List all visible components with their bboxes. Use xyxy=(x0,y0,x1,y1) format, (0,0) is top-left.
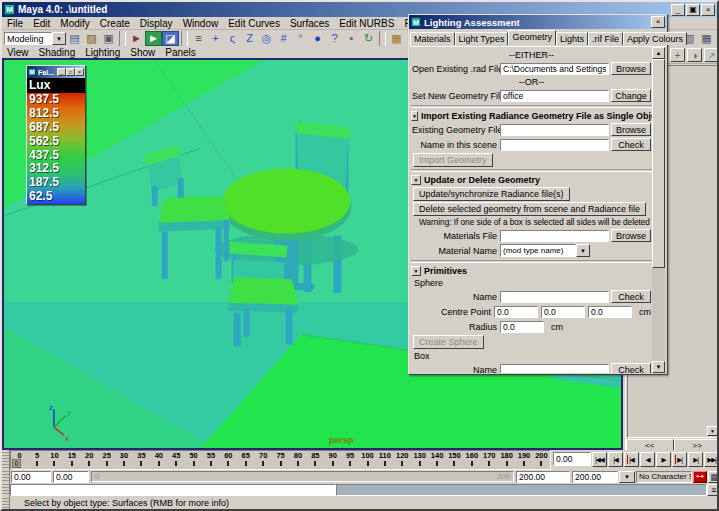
select-component-icon[interactable]: ◪ xyxy=(162,31,179,46)
go-to-start-button[interactable]: |◀◀ xyxy=(592,452,607,467)
script-editor-icon[interactable]: ▦ xyxy=(708,471,719,483)
channel-layer-toggle-icon[interactable]: ▦ xyxy=(698,31,715,46)
menu-set-selector[interactable]: Modeling ▼ xyxy=(4,31,66,46)
scroll-down-icon[interactable]: ▼ xyxy=(707,426,718,436)
menu-item[interactable]: Surfaces xyxy=(285,18,334,29)
timeline-tick[interactable]: 90 xyxy=(324,451,341,469)
playback-end-field[interactable] xyxy=(516,471,570,483)
command-line-gutter[interactable] xyxy=(2,483,10,496)
scroll-up-icon[interactable]: ▲ xyxy=(652,47,665,59)
dialog-scrollbar[interactable]: ▲ ▼ xyxy=(652,47,665,373)
browse-existing-button[interactable]: Browse xyxy=(611,123,651,136)
timeline-tick[interactable]: 30 xyxy=(115,451,132,469)
timeline-tick[interactable]: 60 xyxy=(220,451,237,469)
time-slider[interactable]: 0 5 10 15 20 25 30 xyxy=(10,450,551,470)
timeline-tick[interactable]: 20 xyxy=(81,451,98,469)
tab-lights[interactable]: Lights xyxy=(556,32,588,45)
timeline-tick[interactable]: 180 xyxy=(498,451,515,469)
xyz-axis-icon[interactable]: + xyxy=(670,48,685,62)
step-forward-key-button[interactable]: ▶| xyxy=(672,452,687,467)
panel-menu-item[interactable]: Lighting xyxy=(80,47,125,58)
panel-menu-item[interactable]: View xyxy=(2,47,34,58)
timeline-tick[interactable]: 75 xyxy=(272,451,289,469)
change-geometry-button[interactable]: Change xyxy=(611,89,651,102)
play-forwards-button[interactable]: ▶ xyxy=(656,452,671,467)
menu-item[interactable]: Edit xyxy=(28,18,55,29)
update-synchronize-button[interactable]: Update/synchronize Radiance file(s) xyxy=(413,187,570,201)
play-backwards-button[interactable]: ◀ xyxy=(640,452,655,467)
minimize-icon[interactable]: _ xyxy=(57,68,66,76)
legend-title-bar[interactable]: M Fal... _ □ × xyxy=(27,66,85,78)
snap-to-grid-icon[interactable]: + xyxy=(207,31,224,46)
sphere-name-input[interactable] xyxy=(500,291,609,303)
menu-item[interactable]: Edit Curves xyxy=(223,18,285,29)
timeline-tick[interactable]: 15 xyxy=(63,451,80,469)
scroll-down-icon[interactable]: ▼ xyxy=(652,361,665,373)
timeline-tick[interactable]: 25 xyxy=(98,451,115,469)
timeline-tick[interactable]: 170 xyxy=(481,451,498,469)
make-live-icon[interactable]: # xyxy=(275,31,292,46)
animation-end-field[interactable] xyxy=(572,471,618,483)
timeline-tick[interactable]: 70 xyxy=(254,451,271,469)
timeline-tick[interactable]: 120 xyxy=(394,451,411,469)
go-to-end-button[interactable]: ▶▶| xyxy=(704,452,719,467)
toggle-shading-icon[interactable]: ◑ xyxy=(687,48,702,62)
browse-rad-button[interactable]: Browse xyxy=(611,62,651,75)
panel-menu-item[interactable]: Show xyxy=(125,47,160,58)
animation-start-field[interactable] xyxy=(11,471,51,483)
timeline-tick[interactable]: 110 xyxy=(376,451,393,469)
snap-to-curve-icon[interactable]: ς xyxy=(224,31,241,46)
radius-input[interactable] xyxy=(500,321,544,333)
delete-geometry-button[interactable]: Delete selected geometry from scene and … xyxy=(413,202,646,216)
materials-file-input[interactable] xyxy=(500,230,609,242)
timeline-tick[interactable]: 5 xyxy=(28,451,45,469)
menu-set-dropdown-icon[interactable]: ▼ xyxy=(52,32,66,45)
timeline-tick[interactable]: 65 xyxy=(237,451,254,469)
timeline-tick[interactable]: 100 xyxy=(359,451,376,469)
timeline-tick[interactable]: 190 xyxy=(515,451,532,469)
tab-materials[interactable]: Materials xyxy=(410,32,455,45)
open-scene-icon[interactable]: ▨ xyxy=(83,31,100,46)
check-name-button[interactable]: Check xyxy=(611,138,651,151)
character-set-menu-icon[interactable]: ▼ xyxy=(619,471,635,483)
minimize-button[interactable]: _ xyxy=(671,4,685,16)
toolbar-separator[interactable] xyxy=(379,31,386,46)
panel-menu-item[interactable]: Shading xyxy=(34,47,81,58)
timeline-tick[interactable]: 140 xyxy=(428,451,445,469)
collapse-arrow-icon[interactable]: ▼ xyxy=(411,175,421,185)
timeline-tick[interactable]: 10 xyxy=(46,451,63,469)
check-sphere-name-button[interactable]: Check xyxy=(611,290,651,303)
close-button[interactable]: × xyxy=(701,4,715,16)
snap-menu-icon[interactable]: ≡ xyxy=(190,31,207,46)
select-object-icon[interactable]: ► xyxy=(145,31,162,46)
snap-to-view-icon[interactable]: ◎ xyxy=(258,31,275,46)
range-slider-track[interactable]: 0 200 xyxy=(91,471,514,482)
browse-materials-button[interactable]: Browse xyxy=(611,229,651,242)
tab-rif-file[interactable]: .rif File xyxy=(588,32,623,45)
panel-menu-item[interactable]: Panels xyxy=(160,47,201,58)
timeline-tick[interactable]: 130 xyxy=(411,451,428,469)
playback-start-field[interactable] xyxy=(53,471,89,483)
timeline-tick[interactable]: 40 xyxy=(150,451,167,469)
tab-geometry[interactable]: Geometry xyxy=(508,30,556,45)
step-forward-frame-button[interactable]: ▶| xyxy=(688,452,703,467)
scrollbar-thumb[interactable] xyxy=(652,59,665,268)
open-rad-file-input[interactable] xyxy=(500,63,609,75)
existing-geometry-file-input[interactable] xyxy=(500,124,609,136)
render-globals-icon[interactable]: ▦ xyxy=(388,31,405,46)
collapse-arrow-icon[interactable]: ▼ xyxy=(411,111,418,121)
render-current-frame-icon[interactable]: ↻ xyxy=(360,31,377,46)
new-scene-icon[interactable]: ▤ xyxy=(66,31,83,46)
timeline-tick[interactable]: 95 xyxy=(341,451,358,469)
menu-item[interactable]: Window xyxy=(178,18,224,29)
scene-name-input[interactable] xyxy=(500,139,609,151)
create-sphere-button[interactable]: Create Sphere xyxy=(413,335,484,349)
save-scene-icon[interactable]: ▣ xyxy=(100,31,117,46)
command-history-icon[interactable]: ≡ xyxy=(707,484,719,496)
tab-light-types[interactable]: Light Types xyxy=(455,32,509,45)
select-arrow-icon[interactable]: ↗ xyxy=(704,48,719,62)
render-globe-icon[interactable]: ● xyxy=(309,31,326,46)
select-tool-icon[interactable]: ► xyxy=(128,31,145,46)
step-back-frame-button[interactable]: |◀ xyxy=(608,452,623,467)
lock-icon[interactable]: ▪ xyxy=(343,31,360,46)
